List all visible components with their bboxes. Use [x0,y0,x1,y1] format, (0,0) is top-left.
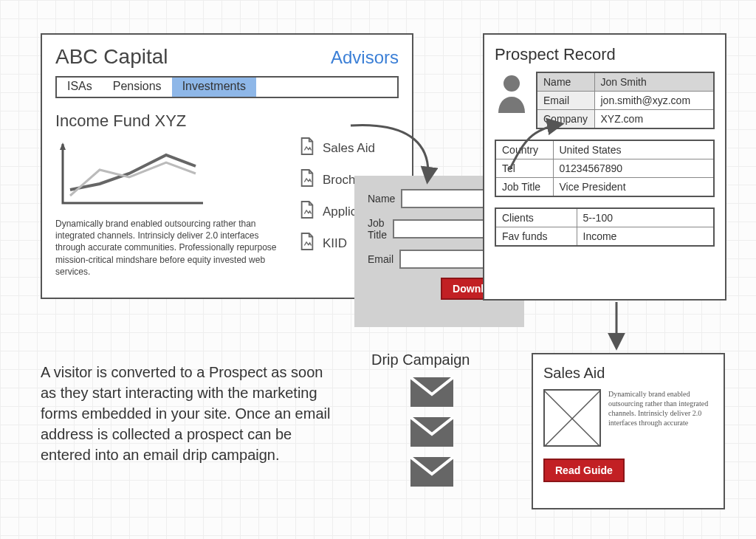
doc-label: KIID [323,236,347,251]
explanatory-caption: A visitor is converted to a Prospect as … [41,362,332,465]
field-label-email: Email [368,253,394,265]
tab-isas[interactable]: ISAs [57,78,103,97]
prospect-table-contact: CountryUnited States Tel01234567890 Job … [495,140,715,197]
doc-sales-aid[interactable]: Sales Aid [299,137,384,159]
product-tabs: ISAs Pensions Investments [55,76,399,98]
sales-aid-panel: Sales Aid Dynamically brand enabled outs… [532,353,725,509]
table-row: Tel01234567890 [495,159,714,178]
pdf-icon [299,137,315,159]
prospect-title: Prospect Record [495,45,715,64]
advisors-link[interactable]: Advisors [331,47,399,68]
tab-investments[interactable]: Investments [172,78,256,97]
envelope-icon [410,456,454,487]
site-title: ABC Capital [55,45,168,69]
table-row: Emailjon.smith@xyz.com [537,92,714,110]
table-row: Clients5--100 [495,208,714,227]
drip-campaign-label: Drip Campaign [371,351,470,368]
fund-chart [55,137,210,210]
sales-aid-description: Dynamically brand enabled outsourcing ra… [608,389,713,447]
drip-campaign-icons [410,377,454,487]
pdf-icon [299,232,315,255]
table-row: NameJon Smith [537,72,714,92]
field-label-name: Name [368,193,395,205]
prospect-table-profile: Clients5--100 Fav fundsIncome [495,207,715,247]
envelope-icon [410,416,454,447]
doc-label: Sales Aid [323,141,375,156]
avatar-icon [495,72,529,113]
field-label-jobtitle: Job Title [368,217,387,241]
pdf-icon [299,200,315,223]
envelope-icon [410,377,454,408]
fund-description: Dynamically brand enabled outsourcing ra… [55,218,277,278]
table-row: CompanyXYZ.com [537,110,714,129]
prospect-record-panel: Prospect Record NameJon Smith Emailjon.s… [483,33,726,301]
prospect-table-identity: NameJon Smith Emailjon.smith@xyz.com Com… [536,72,715,129]
table-row: Job TitleVice President [495,178,714,197]
table-row: Fav fundsIncome [495,227,714,247]
image-placeholder-icon [543,389,601,447]
table-row: CountryUnited States [495,140,714,159]
fund-title: Income Fund XYZ [55,111,399,131]
tab-pensions[interactable]: Pensions [103,78,172,97]
sales-aid-title: Sales Aid [543,365,713,382]
pdf-icon [299,168,315,191]
svg-point-0 [504,75,520,92]
